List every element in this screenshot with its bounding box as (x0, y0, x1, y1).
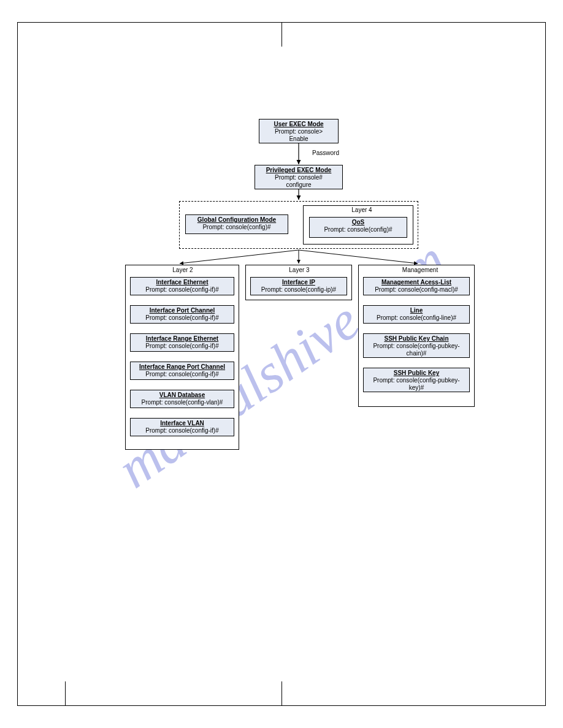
node-line: Prompt: console(config-pubkey-key)# (366, 377, 467, 392)
bottom-left-tick (65, 681, 66, 706)
node-line: Prompt: console# (258, 174, 340, 181)
node-title: VLAN Database (133, 392, 231, 399)
node-title: SSH Public Key (366, 370, 467, 377)
node-line: Prompt: console(config-vlan)# (133, 399, 231, 406)
node-line: Prompt: console(config)# (188, 224, 285, 231)
node-line: Prompt: console(config-if)# (133, 314, 231, 322)
node-line: Prompt: console(config)# (312, 226, 404, 233)
node-title: Interface Port Channel (133, 307, 231, 314)
node-if-ethernet: Interface Ethernet Prompt: console(confi… (130, 277, 234, 295)
node-ssh-key: SSH Public Key Prompt: console(config-pu… (363, 368, 470, 392)
node-line: Prompt: console(config-if)# (133, 371, 231, 378)
bottom-center-tick (282, 681, 282, 706)
node-priv-exec: Privileged EXEC Mode Prompt: console# co… (255, 165, 343, 189)
node-line: Prompt: console(config-ip)# (253, 286, 344, 294)
node-title: Interface IP (253, 279, 344, 286)
node-title: Interface Ethernet (133, 279, 231, 286)
node-ssh-chain: SSH Public Key Chain Prompt: console(con… (363, 333, 470, 358)
node-line-mode: Line Prompt: console(config-line)# (363, 305, 470, 324)
top-center-tick (282, 22, 282, 47)
node-global-config: Global Configuration Mode Prompt: consol… (185, 214, 288, 234)
group-label-layer4: Layer 4 (343, 207, 380, 213)
node-title: User EXEC Mode (262, 121, 335, 128)
group-label-layer2: Layer 2 (164, 267, 201, 273)
node-title: QoS (312, 219, 404, 226)
node-title: Global Configuration Mode (188, 216, 285, 224)
node-title: Interface Range Ethernet (133, 335, 231, 343)
page: manualshive.com User EXEC Mode Prompt: c… (0, 0, 563, 728)
node-title: Line (366, 307, 467, 314)
node-line: Prompt: console(config-macl)# (366, 286, 467, 294)
node-title: Interface VLAN (133, 420, 231, 427)
node-user-exec: User EXEC Mode Prompt: console> Enable (259, 119, 339, 143)
node-title: Interface Range Port Channel (133, 363, 231, 371)
node-line: Enable (262, 135, 335, 143)
group-label-layer3: Layer 3 (281, 267, 318, 273)
edge-label-password: Password (304, 150, 347, 156)
node-line: Prompt: console(config-line)# (366, 314, 467, 322)
node-title: SSH Public Key Chain (366, 335, 467, 343)
node-line: Prompt: console(config-if)# (133, 427, 231, 434)
node-mgmt-acl: Management Acess-List Prompt: console(co… (363, 277, 470, 295)
node-if-range-ethernet: Interface Range Ethernet Prompt: console… (130, 333, 234, 352)
node-if-ip: Interface IP Prompt: console(config-ip)# (250, 277, 347, 295)
node-if-range-port-channel: Interface Range Port Channel Prompt: con… (130, 362, 234, 380)
node-line: Prompt: console(config-pubkey-chain)# (366, 343, 467, 357)
node-line: Prompt: console(config-if)# (133, 286, 231, 294)
node-if-vlan: Interface VLAN Prompt: console(config-if… (130, 418, 234, 436)
node-vlan-database: VLAN Database Prompt: console(config-vla… (130, 390, 234, 408)
node-title: Privileged EXEC Mode (258, 167, 340, 174)
node-line: Prompt: console(config-if)# (133, 343, 231, 350)
group-label-management: Management (393, 267, 448, 273)
node-title: Management Acess-List (366, 279, 467, 286)
node-if-port-channel: Interface Port Channel Prompt: console(c… (130, 305, 234, 324)
node-qos: QoS Prompt: console(config)# (309, 217, 407, 238)
node-line: Prompt: console> (262, 128, 335, 135)
node-line: configure (258, 181, 340, 189)
